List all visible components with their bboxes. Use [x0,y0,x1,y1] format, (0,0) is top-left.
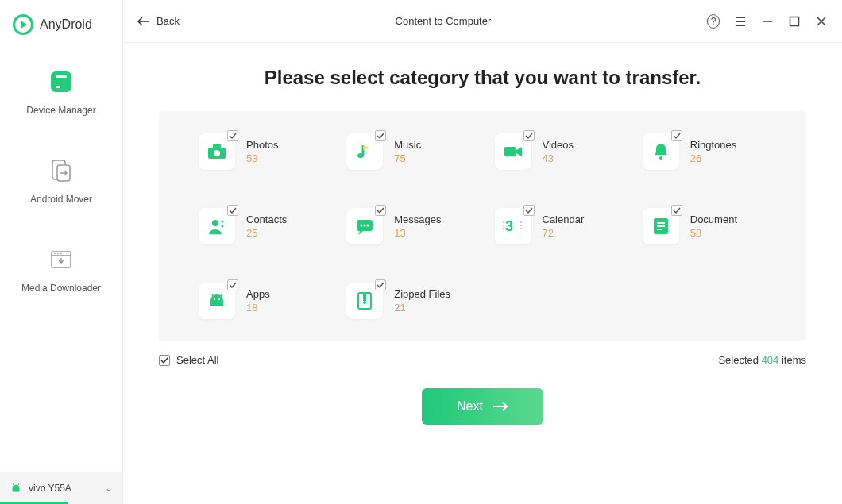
back-label: Back [156,15,180,27]
app-name: AnyDroid [40,17,92,32]
category-name: Apps [246,288,270,300]
check-icon [227,205,238,216]
help-icon: ? [707,14,720,29]
category-name: Messages [394,214,441,225]
check-icon [375,279,386,290]
camera-icon [199,133,235,170]
svg-rect-38 [363,293,366,301]
category-ringtones[interactable]: Ringtones26 [643,133,774,170]
svg-point-15 [214,150,220,156]
svg-rect-2 [56,86,60,88]
category-count: 72 [543,227,585,239]
device-name: vivo Y55A [29,483,98,494]
category-count: 75 [394,152,421,164]
category-name: Music [394,139,421,151]
sidebar-item-android-mover[interactable]: Android Mover [0,156,122,205]
check-icon [523,130,535,141]
category-count: 43 [543,152,574,164]
category-contacts[interactable]: Contacts25 [199,208,330,244]
app-logo-icon [13,14,33,35]
device-manager-icon [46,67,76,97]
svg-point-7 [54,253,56,255]
android-icon [10,482,22,494]
arrow-right-icon [492,401,508,412]
categories-panel: Photos53Music75Videos43Ringtones26Contac… [159,111,806,341]
check-icon [375,130,386,141]
svg-point-11 [17,487,17,487]
category-count: 58 [690,227,737,239]
sidebar: AnyDroid Device Manager Android Mover Me… [0,0,123,504]
svg-point-8 [57,253,59,255]
svg-point-34 [218,298,220,300]
menu-button[interactable] [734,15,747,28]
category-messages[interactable]: Messages13 [346,208,478,244]
category-name: Videos [543,139,574,151]
contact-icon [199,208,235,244]
back-button[interactable]: Back [137,15,180,27]
svg-rect-0 [51,71,71,92]
sidebar-item-device-manager[interactable]: Device Manager [0,67,122,116]
chevron-down-icon: ⌄ [105,483,113,494]
heading: Please select category that you want to … [159,67,806,89]
android-icon [199,283,235,319]
menu-icon [735,16,746,27]
svg-point-18 [659,156,662,160]
sidebar-item-label: Android Mover [30,194,92,205]
help-button[interactable]: ? [707,15,720,28]
svg-point-25 [367,225,369,227]
category-apps[interactable]: Apps18 [199,283,330,319]
svg-point-9 [60,253,62,255]
next-button[interactable]: Next [422,388,543,425]
sidebar-item-label: Device Manager [26,105,95,116]
sidebar-item-label: Media Downloader [21,283,101,294]
svg-point-19 [212,220,218,226]
category-zipped-files[interactable]: Zipped Files21 [346,283,478,319]
category-videos[interactable]: Videos43 [495,133,627,170]
selected-count-info: Selected 404 items [718,354,806,366]
svg-rect-17 [504,147,516,156]
svg-text:3: 3 [505,218,513,234]
category-name: Photos [246,139,278,151]
category-count: 13 [394,227,441,239]
svg-point-21 [222,225,224,228]
category-name: Zipped Files [394,288,450,300]
svg-rect-31 [657,225,665,227]
check-icon [375,205,386,216]
page-title: Content to Computer [180,15,707,27]
checkbox-icon [159,355,170,366]
svg-point-16 [357,153,364,158]
device-selector[interactable]: vivo Y55A ⌄ [0,472,122,504]
message-icon [346,208,383,244]
select-all-label: Select All [176,354,218,366]
music-icon [346,133,383,170]
category-document[interactable]: Document58 [643,208,774,244]
check-icon [671,205,682,216]
content: Please select category that you want to … [123,43,842,504]
close-button[interactable] [815,15,828,28]
category-name: Document [690,214,737,225]
sidebar-nav: Device Manager Android Mover Media Downl… [0,43,122,294]
svg-point-33 [214,298,215,300]
category-name: Contacts [246,214,287,225]
categories-grid: Photos53Music75Videos43Ringtones26Contac… [199,133,774,319]
minimize-button[interactable] [761,15,774,28]
category-calendar[interactable]: 3Calendar72 [495,208,627,244]
sidebar-item-media-downloader[interactable]: Media Downloader [0,244,122,294]
check-icon [523,205,535,216]
zip-icon [346,283,383,319]
next-label: Next [457,399,483,414]
svg-point-20 [222,221,224,223]
arrow-left-icon [137,17,150,26]
category-music[interactable]: Music75 [346,133,478,170]
media-downloader-icon [46,244,76,275]
category-count: 26 [690,152,737,164]
maximize-button[interactable] [788,15,801,28]
svg-rect-30 [657,222,665,224]
titlebar: Back Content to Computer ? [123,0,842,43]
app-logo-row: AnyDroid [0,0,122,43]
select-all-checkbox[interactable]: Select All [159,354,218,366]
category-photos[interactable]: Photos53 [199,133,330,170]
category-count: 25 [246,227,287,239]
svg-rect-32 [657,229,662,230]
close-icon [816,16,827,27]
